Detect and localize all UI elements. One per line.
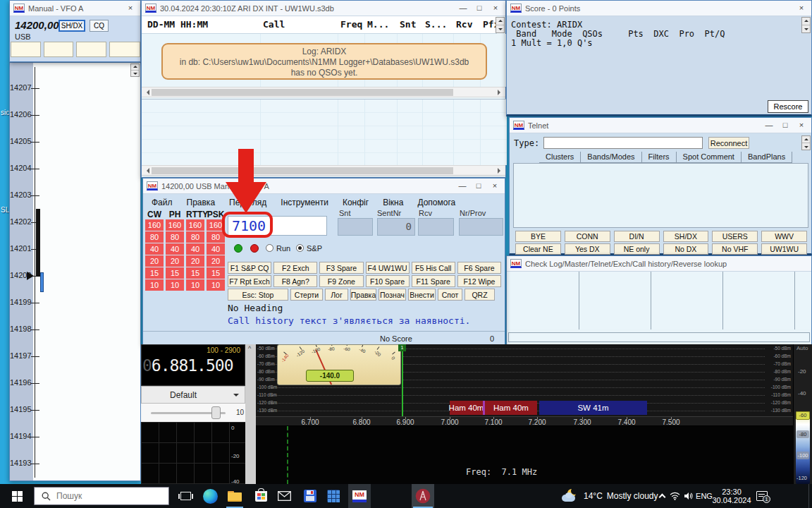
fkey-button[interactable]: F10 Spare [366,275,410,287]
vfo-field-3[interactable] [76,42,106,57]
minimize-icon[interactable]: — [763,120,775,131]
rcv-field[interactable] [418,218,454,236]
maximize-icon[interactable]: □ [473,3,486,14]
band-button-cw-20[interactable]: 20 [145,255,164,267]
telnet-type-input[interactable] [543,137,703,149]
band-button-psk-20[interactable]: 20 [207,255,225,267]
collapse-chevron[interactable]: ^ [248,345,251,352]
telnet-command-button[interactable]: Yes DX [565,243,610,255]
vfo-field-1[interactable] [11,42,41,57]
menu-file[interactable]: Файл [144,196,180,208]
telnet-tab-spot-comment[interactable]: Spot Comment [677,152,742,162]
rescore-button[interactable]: Rescore [768,100,808,113]
entry-action-button[interactable]: Познач [379,289,406,301]
telnet-command-button[interactable]: Clear NE [515,243,561,255]
band-button-psk-15[interactable]: 15 [207,267,225,279]
snt-field[interactable] [338,218,373,236]
telnet-tab-bandplans[interactable]: BandPlans [742,152,792,162]
log-column-header[interactable]: Call [263,19,285,30]
maximize-icon[interactable]: □ [779,120,792,131]
desktop-icon-label[interactable]: SL [1,206,9,214]
shdx-button[interactable]: SH/DX [59,20,85,32]
file-explorer-button[interactable] [224,484,245,508]
maximize-icon[interactable]: □ [472,181,485,192]
telnet-command-button[interactable]: No VHF [712,243,758,255]
mail-button[interactable] [273,484,295,508]
score-spinner[interactable] [801,17,811,33]
language-indicator[interactable]: ENG [695,484,713,508]
fkey-button[interactable]: F8 Agn? [273,275,317,287]
wifi-button[interactable] [668,484,682,508]
band-button-ph-20[interactable]: 20 [166,255,184,267]
telnet-command-button[interactable]: WWV [761,231,807,242]
nrprov-field[interactable] [459,218,503,236]
telnet-command-button[interactable]: No DX [663,243,709,255]
tray-expand-button[interactable] [656,484,668,508]
sdr-spectrum[interactable]: -140.0 -140-120-100-80-60-40-200 1 -50 d… [256,344,793,416]
log-column-header[interactable]: Rcv [456,19,472,30]
band-button-rtty-10[interactable]: 10 [186,279,204,291]
band-button-cw-15[interactable]: 15 [145,267,164,279]
vfo-field-2[interactable] [44,42,73,57]
band-button-ph-40[interactable]: 40 [166,243,184,255]
vfo-field-4[interactable] [109,42,140,57]
sdr-frequency-display[interactable]: 06.881.500 [142,356,233,375]
band-button-ph-15[interactable]: 15 [166,267,184,279]
entry-action-button[interactable]: Стерти [290,289,323,301]
fkey-button[interactable]: F5 His Call [412,262,455,274]
telnet-command-button[interactable]: NE only [614,243,660,255]
menu-config[interactable]: Конфіг [336,196,376,208]
log-column-header[interactable]: Snt [400,19,416,30]
menu-help[interactable]: Допомога [410,196,462,208]
band-button-ph-160[interactable]: 160 [166,219,184,231]
band-button-psk-10[interactable]: 10 [207,279,225,291]
telnet-list-pane[interactable] [513,163,808,228]
minimize-icon[interactable]: — [457,3,469,14]
colorbar-handle[interactable]: -60 [796,411,810,420]
log-hscrollbar-1[interactable] [142,87,505,97]
search-input[interactable] [56,491,155,501]
floppy-app-button[interactable] [300,484,321,508]
fkey-button[interactable]: F1 S&P CQ [228,262,271,274]
telnet-command-button[interactable]: DI/N [614,231,660,242]
fkey-button[interactable]: F6 Spare [457,262,501,274]
entry-action-button[interactable]: Внести [408,289,436,301]
fkey-button[interactable]: F9 Zone [319,275,363,287]
band-button-cw-40[interactable]: 40 [145,243,164,255]
fkey-button[interactable]: F3 Spare [319,262,363,274]
run-radio[interactable] [266,244,273,252]
fkey-button[interactable]: F12 Wipe [457,275,501,287]
desktop-icon-label[interactable]: sic [1,109,9,116]
band-button-rtty-20[interactable]: 20 [186,255,204,267]
menu-window[interactable]: Вікна [376,196,410,208]
band-button-rtty-40[interactable]: 40 [186,243,204,255]
minimize-icon[interactable]: — [456,181,469,192]
entry-action-button[interactable]: Правка [350,289,376,301]
run-radio-label[interactable]: Run [276,244,290,253]
telnet-command-button[interactable]: UW1WU [761,243,807,255]
band-button-cw-80[interactable]: 80 [145,231,164,243]
telnet-tab-bands-modes[interactable]: Bands/Modes [581,152,641,162]
log-column-header[interactable]: M... [367,19,389,30]
start-button[interactable] [0,484,34,508]
band-button-ph-80[interactable]: 80 [166,231,184,243]
log-hscrollbar-2[interactable] [142,165,505,176]
menu-tools[interactable]: Інструменти [273,196,336,208]
sdr-profile-dropdown[interactable]: Default [141,386,245,404]
bandmap-spinner[interactable] [130,64,140,77]
tiles-app-button[interactable] [323,484,344,508]
telnet-spinner[interactable] [801,135,811,150]
sp-radio[interactable] [296,244,304,252]
band-button-psk-40[interactable]: 40 [207,243,225,255]
entry-action-button[interactable]: Спот [438,289,462,301]
sdr-collapse-strip[interactable]: ^ [245,344,256,484]
notification-button[interactable]: 1 [751,484,773,508]
scrollbar-thumb[interactable] [152,167,453,174]
show-desktop-button[interactable] [808,484,812,508]
reconnect-button[interactable]: Reconnect [708,137,749,149]
sdr-waterfall[interactable]: Freq: 7.1 MHz [256,426,793,484]
band-button-rtty-80[interactable]: 80 [186,231,204,243]
close-icon[interactable]: × [124,3,137,14]
band-button-cw-160[interactable]: 160 [145,219,164,231]
close-icon[interactable]: × [795,120,808,131]
